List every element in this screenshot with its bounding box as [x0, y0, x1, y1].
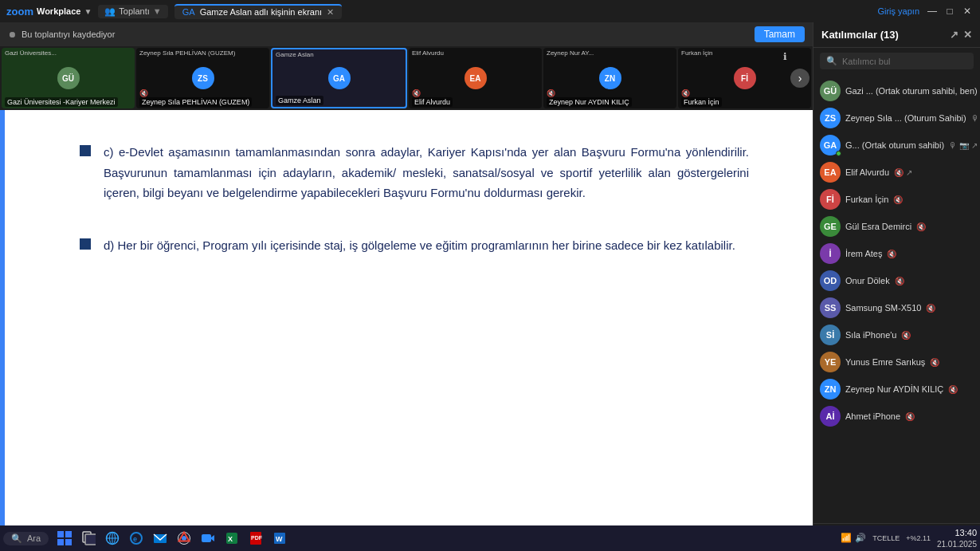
svg-text:W: W [276, 535, 283, 543]
avatar: İ [820, 243, 841, 264]
list-item[interactable]: Aİ Ahmet iPhone 🔇 [813, 403, 980, 430]
avatar: ZN [820, 379, 841, 399]
meeting-top-bar: ⏺ Bu toplantıyı kaydediyor Tamam [0, 22, 813, 46]
taskbar-ie-icon[interactable]: e [127, 529, 146, 548]
participant-name: G... (Ortak oturum sahibi) [845, 140, 944, 150]
list-item[interactable]: GE Gül Esra Demirci 🔇 [813, 213, 980, 240]
list-item[interactable]: İ İrem Ateş 🔇 [813, 240, 980, 267]
maximize-button[interactable]: □ [943, 5, 956, 18]
next-arrow[interactable]: › [790, 69, 809, 88]
mic-off-icon: 🎙 [971, 114, 979, 123]
bullet-text-1: c) e-Devlet aşamasının tamamlanmasından … [104, 142, 749, 203]
external-link-icon[interactable]: ↗ [950, 29, 958, 41]
gazi-name: Gazi Üniversitesi -Kariyer Merkezi [5, 97, 118, 107]
window-controls: — □ ✕ [926, 5, 974, 18]
mic-off-icon: 🔇 [905, 412, 915, 421]
list-item[interactable]: YE Yunus Emre Sarıkuş 🔇 [813, 348, 980, 376]
avatar: GA [820, 135, 841, 155]
panel-close-icon[interactable]: ✕ [963, 29, 972, 41]
network-label: TCELLE [872, 534, 900, 542]
zoom-icon: zoom [6, 6, 33, 18]
svg-text:PDF: PDF [251, 535, 263, 541]
p-icons: 🔇 [926, 304, 935, 313]
avatar: EA [820, 162, 841, 183]
list-item[interactable]: GA G... (Ortak oturum sahibi) 🎙 📷 ↗ [813, 132, 980, 159]
mic-icon-furkan: 🔇 [681, 89, 690, 97]
taskbar-files-icon[interactable] [79, 529, 98, 548]
zeynep-sila-name: Zeynep Sıla PEHLİVAN (GUZEM) [139, 97, 252, 107]
participant-name: Onur Dölek [845, 276, 890, 285]
avatar: OD [820, 270, 841, 291]
participant-name: Gazi ... (Ortak oturum sahibi, ben) [845, 86, 978, 96]
zeynep-nur-label: Zeynep Nur AY... [547, 49, 594, 57]
taskbar-chrome-icon[interactable] [174, 529, 194, 548]
furkan-name: Furkan İçin [681, 97, 722, 107]
taskbar-email-icon[interactable] [151, 529, 170, 548]
taskbar-windows-icon[interactable] [55, 529, 74, 548]
avatar: SS [820, 297, 841, 318]
svg-rect-0 [57, 531, 64, 537]
online-indicator [836, 151, 841, 156]
camera-icon: 📷 [959, 141, 969, 150]
svg-rect-15 [202, 534, 211, 542]
top-bar: zoom Workplace ▼ 👥 Toplantı ▼ GA Gamze A… [0, 0, 980, 22]
participant-name: Ahmet iPhone [845, 411, 900, 421]
svg-rect-2 [57, 539, 64, 545]
taskbar-browser-icon[interactable] [103, 529, 122, 548]
list-item[interactable]: EA Elif Alvurdu 🔇 ↗ [813, 159, 980, 186]
mic-off-icon: 🔇 [901, 331, 911, 340]
blue-bar [0, 110, 5, 551]
mic-off-icon: 🔇 [895, 277, 904, 285]
login-text[interactable]: Giriş yapın [877, 6, 919, 16]
zeynep-sila-label: Zeynep Sıla PEHLİVAN (GUZEM) [139, 49, 235, 57]
mic-off-icon: 🔇 [893, 195, 903, 204]
mic-icon-zeynep: 🔇 [139, 89, 148, 97]
tamam-button[interactable]: Tamam [755, 26, 805, 42]
taskbar-pdf-icon[interactable]: PDF [246, 529, 265, 548]
p-icons: 🔇 [895, 277, 904, 285]
minimize-button[interactable]: — [926, 5, 939, 18]
list-item[interactable]: OD Onur Dölek 🔇 [813, 267, 980, 294]
taskbar-word-icon[interactable]: W [270, 529, 289, 548]
p-icons: 🔇 [893, 195, 903, 204]
taskbar-zoom-icon[interactable] [198, 529, 218, 548]
search-input[interactable] [842, 57, 967, 66]
close-button[interactable]: ✕ [961, 5, 974, 18]
list-item[interactable]: ZS Zeynep Sıla ... (Oturum Sahibi) 🎙 📷 ↗ [813, 104, 980, 132]
participant-tile-gamze: Gamze Aslan GA Gamze Aslan [271, 48, 407, 108]
avatar: Aİ [820, 406, 841, 427]
list-item[interactable]: GÜ Gazi ... (Ortak oturum sahibi, ben) 📷… [813, 77, 980, 104]
list-item[interactable]: Sİ Sıla iPhone'u 🔇 [813, 321, 980, 348]
p-icons: 🔇 [948, 385, 958, 394]
list-item[interactable]: ZN Zeynep Nur AYDİN KILIÇ 🔇 [813, 376, 980, 403]
list-item[interactable]: SS Samsung SM-X510 🔇 [813, 294, 980, 321]
participant-name: Yunus Emre Sarıkuş [845, 357, 925, 367]
meeting-button[interactable]: 👥 Toplantı ▼ [98, 5, 167, 18]
svg-rect-1 [65, 531, 72, 537]
avatar: GE [820, 216, 841, 237]
time: 13:40 [937, 527, 977, 538]
mic-off-icon: 🔇 [930, 358, 939, 367]
svg-text:e: e [133, 535, 137, 543]
search-box[interactable]: 🔍 [820, 53, 974, 69]
taskbar-search[interactable]: 🔍 Ara [3, 532, 49, 545]
top-bar-right: Giriş yapın — □ ✕ [877, 5, 974, 18]
participants-row: Gazi Üniversites... GÜ Gazi Üniversitesi… [0, 46, 813, 110]
gazi-avatar: GÜ [57, 67, 80, 89]
content-inner: c) e-Devlet aşamasının tamamlanmasından … [0, 110, 813, 551]
svg-rect-5 [85, 534, 96, 545]
signal-label: +%2.11 [906, 534, 931, 542]
active-tab[interactable]: GA Gamze Aslan adlı kişinin ekranı ✕ [174, 4, 342, 19]
p-icons: 🔇 [930, 358, 939, 367]
volume-icon: 🔊 [855, 533, 866, 543]
avatar: ZS [820, 108, 841, 128]
participant-tile-gazi: Gazi Üniversites... GÜ Gazi Üniversitesi… [2, 48, 135, 108]
taskbar-app-icon[interactable]: X [222, 529, 241, 548]
dropdown-arrow[interactable]: ▼ [84, 7, 92, 16]
list-item[interactable]: Fİ Furkan İçin 🔇 [813, 186, 980, 213]
avatar: Sİ [820, 325, 841, 345]
tab-close-icon[interactable]: ✕ [327, 7, 334, 18]
mic-icon: 🎙 [949, 141, 957, 150]
participants-list: GÜ Gazi ... (Ortak oturum sahibi, ben) 📷… [813, 74, 980, 523]
info-icon[interactable]: ℹ [783, 51, 787, 62]
